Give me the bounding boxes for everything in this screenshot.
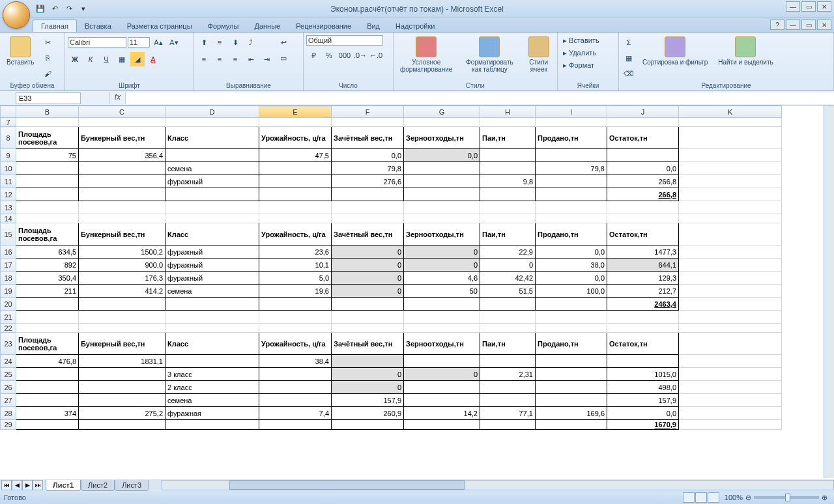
row-header-29[interactable]: 29 <box>1 420 16 430</box>
cell-B13[interactable] <box>16 201 79 214</box>
normal-view-button[interactable] <box>683 492 695 503</box>
cell-E25[interactable] <box>259 368 332 381</box>
page-layout-view-button[interactable] <box>695 492 707 503</box>
cell-E23[interactable]: Урожайность, ц/га <box>259 333 332 355</box>
cell-F18[interactable]: 0 <box>332 272 404 285</box>
cell-J10[interactable]: 0,0 <box>607 162 679 175</box>
row-header-12[interactable]: 12 <box>1 188 16 201</box>
cell-G24[interactable] <box>404 355 480 368</box>
row-header-14[interactable]: 14 <box>1 214 16 223</box>
cell-K19[interactable] <box>679 285 782 298</box>
row-header-19[interactable]: 19 <box>1 285 16 298</box>
cell-I16[interactable]: 0,0 <box>536 245 607 259</box>
zoom-in-button[interactable]: ⊕ <box>822 494 827 502</box>
cell-K9[interactable] <box>679 149 782 162</box>
cell-B26[interactable] <box>16 381 79 394</box>
cell-B21[interactable] <box>16 311 79 324</box>
cell-J23[interactable]: Остаток,тн <box>607 333 679 355</box>
row-header-27[interactable]: 27 <box>1 394 16 407</box>
cell-D13[interactable] <box>165 201 259 214</box>
cell-F19[interactable]: 0 <box>332 285 404 298</box>
cell-I12[interactable] <box>536 188 607 201</box>
cell-E24[interactable]: 38,4 <box>259 355 332 368</box>
cell-D9[interactable] <box>165 149 259 162</box>
cell-H11[interactable]: 9,8 <box>480 175 536 188</box>
cell-E15[interactable]: Урожайность, ц/га <box>259 223 332 245</box>
cell-H29[interactable] <box>480 420 536 430</box>
row-header-17[interactable]: 17 <box>1 259 16 272</box>
wb-close-button[interactable]: ✕ <box>817 20 831 30</box>
cell-H16[interactable]: 22,9 <box>480 245 536 259</box>
col-header-C[interactable]: C <box>79 106 165 118</box>
qat-redo-icon[interactable]: ↷ <box>63 3 76 16</box>
cell-B9[interactable]: 75 <box>16 149 79 162</box>
cell-K21[interactable] <box>679 311 782 324</box>
cell-I20[interactable] <box>536 298 607 311</box>
col-header-J[interactable]: J <box>607 106 679 118</box>
conditional-formatting-button[interactable]: Условное форматирование <box>396 35 456 74</box>
select-all-corner[interactable] <box>1 106 16 118</box>
cell-D29[interactable] <box>165 420 259 430</box>
cell-F29[interactable] <box>332 420 404 430</box>
cell-K18[interactable] <box>679 272 782 285</box>
find-select-button[interactable]: Найти и выделить <box>714 35 777 67</box>
cell-E20[interactable] <box>259 298 332 311</box>
tab-вид[interactable]: Вид <box>359 20 388 32</box>
cell-B24[interactable]: 476,8 <box>16 355 79 368</box>
autosum-icon[interactable]: Σ <box>622 35 636 49</box>
align-right-icon[interactable]: ≡ <box>228 52 242 66</box>
align-left-icon[interactable]: ≡ <box>197 52 211 66</box>
cell-E16[interactable]: 23,6 <box>259 245 332 259</box>
decrease-decimal-icon[interactable]: ←.0 <box>369 48 383 63</box>
fx-button[interactable]: fx <box>109 92 125 104</box>
cell-K15[interactable] <box>679 223 782 245</box>
fill-icon[interactable]: ▦ <box>622 51 636 65</box>
cell-D20[interactable] <box>165 298 259 311</box>
cell-D28[interactable]: фуражная <box>165 407 259 420</box>
increase-decimal-icon[interactable]: .0→ <box>353 48 367 63</box>
cell-H15[interactable]: Паи,тн <box>480 223 536 245</box>
cell-D21[interactable] <box>165 311 259 324</box>
cell-F13[interactable] <box>332 201 404 214</box>
format-cells-button[interactable]: ▸ Формат <box>560 60 602 71</box>
cell-J28[interactable]: 0,0 <box>607 407 679 420</box>
cell-F22[interactable] <box>332 324 404 333</box>
cell-D18[interactable]: фуражный <box>165 272 259 285</box>
cell-K8[interactable] <box>679 127 782 149</box>
align-center-icon[interactable]: ≡ <box>212 52 227 66</box>
cell-G7[interactable] <box>404 118 480 127</box>
cell-I21[interactable] <box>536 311 607 324</box>
qat-undo-icon[interactable]: ↶ <box>48 3 61 16</box>
cell-C14[interactable] <box>79 214 165 223</box>
cell-B14[interactable] <box>16 214 79 223</box>
cell-G29[interactable] <box>404 420 480 430</box>
cell-F14[interactable] <box>332 214 404 223</box>
help-button[interactable]: ? <box>770 20 784 30</box>
cell-F27[interactable]: 157,9 <box>332 394 404 407</box>
tab-рецензирование[interactable]: Рецензирование <box>288 20 359 32</box>
cell-H28[interactable]: 77,1 <box>480 407 536 420</box>
copy-icon[interactable]: ⎘ <box>40 51 55 65</box>
cell-F9[interactable]: 0,0 <box>332 149 404 162</box>
cell-H20[interactable] <box>480 298 536 311</box>
cell-E27[interactable] <box>259 394 332 407</box>
cell-F15[interactable]: Зачётный вес,тн <box>332 223 404 245</box>
tab-вставка[interactable]: Вставка <box>77 20 119 32</box>
cell-G27[interactable] <box>404 394 480 407</box>
paste-button[interactable]: Вставить <box>3 35 38 67</box>
cell-E19[interactable]: 19,6 <box>259 285 332 298</box>
align-middle-icon[interactable]: ≡ <box>212 35 227 49</box>
cell-J19[interactable]: 212,7 <box>607 285 679 298</box>
cell-C15[interactable]: Бункерный вес,тн <box>79 223 165 245</box>
cell-H25[interactable]: 2,31 <box>480 368 536 381</box>
cell-K14[interactable] <box>679 214 782 223</box>
row-header-22[interactable]: 22 <box>1 324 16 333</box>
cell-G12[interactable] <box>404 188 480 201</box>
cell-D23[interactable]: Класс <box>165 333 259 355</box>
maximize-button[interactable]: ▭ <box>801 1 816 12</box>
cell-C29[interactable] <box>79 420 165 430</box>
cell-J7[interactable] <box>607 118 679 127</box>
cell-G20[interactable] <box>404 298 480 311</box>
qat-dropdown-icon[interactable]: ▾ <box>77 3 90 16</box>
cell-K20[interactable] <box>679 298 782 311</box>
